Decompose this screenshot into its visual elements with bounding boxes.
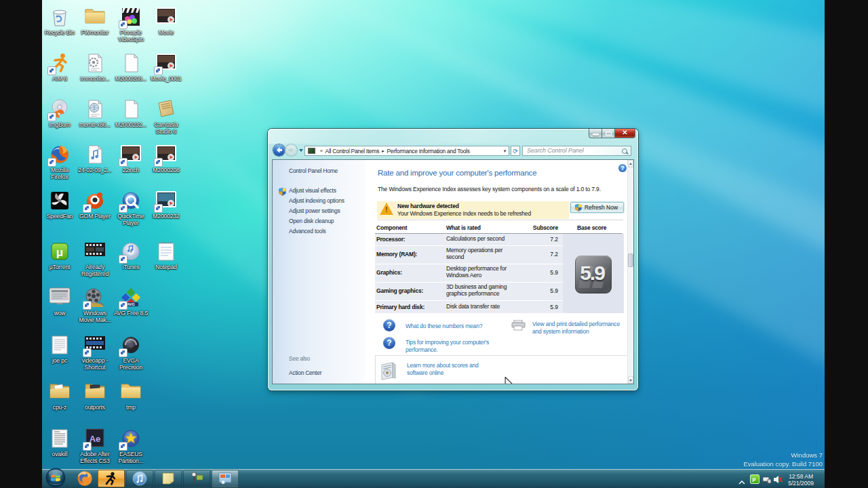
svg-text:μ: μ xyxy=(753,476,756,482)
svg-text:μ: μ xyxy=(56,246,63,259)
svg-text:AVG: AVG xyxy=(127,302,135,306)
